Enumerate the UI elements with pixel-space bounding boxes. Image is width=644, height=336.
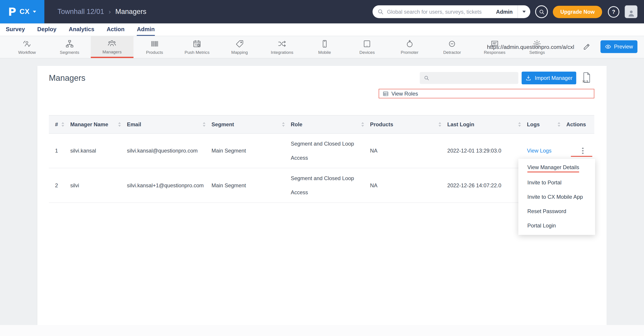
sort-icon[interactable] (557, 122, 561, 127)
toolbar-item-detractor[interactable]: Detractor (431, 36, 473, 58)
managers-search (420, 72, 518, 84)
toolbar-item-label: Promoter (401, 50, 418, 55)
promoter-icon (405, 40, 414, 48)
last-login: 2022-12-26 14:07:22.0 (447, 182, 527, 189)
toolbar-item-segments[interactable]: Segments (48, 36, 91, 58)
products-icon (150, 40, 159, 48)
toolbar-item-products[interactable]: Products (133, 36, 176, 58)
export-xls-button[interactable]: XLS (581, 72, 592, 84)
global-search-input[interactable] (384, 9, 496, 15)
managers-search-input[interactable] (429, 75, 518, 81)
menu-item-invite-to-cx-mobile-app[interactable]: Invite to CX Mobile App (518, 190, 595, 204)
column-header-actions: Actions (566, 121, 594, 128)
integrations-icon (278, 40, 286, 48)
last-login: 2022-12-01 13:29:03.0 (447, 147, 527, 154)
column-header-products: Products (370, 121, 448, 128)
sort-icon[interactable] (202, 122, 206, 127)
page-title: Managers (49, 73, 85, 83)
preview-button[interactable]: Preview (600, 40, 638, 53)
footer-strip (0, 325, 644, 336)
table-header-row: # Manager Name Email Segment Role (49, 115, 594, 134)
nav-item-action[interactable]: Action (106, 24, 124, 36)
toolbar-item-promoter[interactable]: Promoter (388, 36, 431, 58)
avatar[interactable] (625, 6, 638, 18)
manager-role: Segment and Closed Loop Access (291, 171, 370, 199)
segments-icon (65, 40, 74, 48)
toolbar-item-label: Devices (360, 50, 375, 55)
toolbar-item-label: Products (146, 50, 163, 55)
upgrade-now-button[interactable]: Upgrade Now (553, 6, 602, 18)
toolbar-item-managers[interactable]: Managers (91, 36, 133, 58)
table-row: 1 silvi.kansal silvi.kansal@questionpro.… (49, 134, 594, 168)
search-icon (424, 75, 429, 81)
detractor-icon (448, 40, 456, 48)
search-scope-label[interactable]: Admin (496, 9, 518, 15)
kebab-menu-icon (582, 150, 584, 151)
eye-icon (605, 44, 611, 50)
nav-item-survey[interactable]: Survey (6, 24, 25, 36)
sort-icon[interactable] (361, 122, 364, 127)
annotation-underline (571, 156, 592, 157)
sort-icon[interactable] (518, 122, 521, 127)
column-header-last-login: Last Login (447, 121, 527, 128)
column-header-email: Email (127, 121, 212, 128)
import-manager-button[interactable]: Import Manager (522, 72, 576, 84)
global-search-submit-button[interactable] (535, 6, 548, 18)
sort-icon[interactable] (118, 122, 121, 127)
managers-panel: Managers Import Manager XLS View Roles # (38, 66, 606, 325)
user-icon (626, 9, 636, 18)
row-actions-menu: View Manager Details Invite to Portal In… (518, 159, 595, 235)
xls-label: XLS (582, 80, 588, 83)
manager-products: NA (370, 147, 448, 154)
toolbar-item-mapping[interactable]: Mapping (218, 36, 261, 58)
menu-item-reset-password[interactable]: Reset Password (518, 204, 595, 219)
toolbar-item-integrations[interactable]: Integrations (261, 36, 304, 58)
breadcrumb-parent[interactable]: Townhall 12/01 (58, 8, 104, 16)
manager-role: Segment and Closed Loop Access (291, 137, 370, 165)
topbar-actions: Admin Upgrade Now ? (372, 6, 638, 18)
sort-icon[interactable] (282, 122, 285, 127)
toolbar-item-label: Detractor (443, 50, 461, 55)
chevron-down-icon (522, 11, 526, 13)
row-actions-menu-button[interactable] (578, 146, 587, 156)
view-roles-label: View Roles (392, 91, 418, 97)
column-header-role: Role (291, 121, 370, 128)
toolbar-item-mobile[interactable]: Mobile (304, 36, 346, 58)
breadcrumb-current: Managers (115, 8, 146, 16)
toolbar-item-label: Mapping (231, 50, 248, 55)
view-logs-link[interactable]: View Logs (527, 147, 552, 154)
edit-url-button[interactable] (582, 43, 591, 52)
column-header-logs: Logs (527, 121, 566, 128)
row-number: 1 (55, 147, 70, 154)
roles-table-icon (383, 91, 388, 96)
sort-icon[interactable] (61, 122, 64, 127)
column-header-manager-name: Manager Name (70, 121, 127, 128)
app-root: P CX Townhall 12/01 › Managers Admin Upg… (0, 0, 644, 336)
view-roles-button[interactable]: View Roles (379, 89, 594, 98)
menu-item-view-manager-details[interactable]: View Manager Details (518, 161, 595, 175)
sort-icon[interactable] (438, 122, 442, 127)
toolbar-item-devices[interactable]: Devices (346, 36, 388, 58)
menu-item-portal-login[interactable]: Portal Login (518, 219, 595, 233)
import-manager-label: Import Manager (535, 75, 572, 81)
chevron-down-icon (33, 11, 36, 13)
svg-text:31: 31 (195, 43, 198, 46)
menu-item-invite-to-portal[interactable]: Invite to Portal (518, 175, 595, 190)
managers-icon (108, 39, 116, 48)
product-name: CX (20, 8, 30, 16)
pencil-icon (583, 43, 590, 50)
admin-url-text: https://admin.questionpro.com/a/cxl (487, 36, 574, 58)
toolbar-item-push-metrics[interactable]: 31 Push Metrics (176, 36, 218, 58)
questionpro-logo: P (8, 6, 16, 18)
toolbar-item-label: Mobile (318, 50, 331, 55)
global-search: Admin (372, 6, 530, 18)
nav-item-admin[interactable]: Admin (137, 24, 155, 36)
nav-item-deploy[interactable]: Deploy (37, 24, 56, 36)
product-switcher[interactable]: P CX (0, 0, 44, 24)
search-scope-dropdown-button[interactable] (518, 6, 530, 18)
help-button[interactable]: ? (608, 6, 619, 18)
toolbar-item-workflow[interactable]: Workflow (6, 36, 48, 58)
nav-item-analytics[interactable]: Analytics (69, 24, 94, 36)
toolbar-item-label: Segments (60, 50, 79, 55)
row-number: 2 (55, 182, 70, 189)
